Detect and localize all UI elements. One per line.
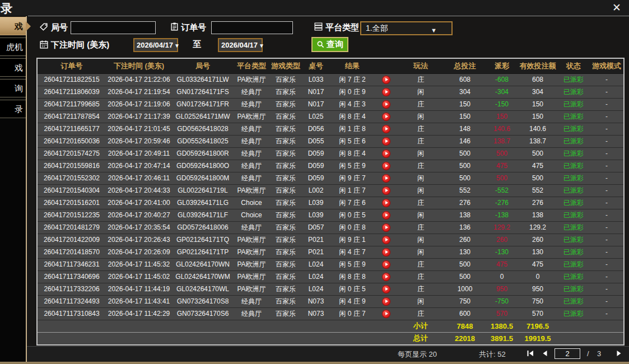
replay-icon[interactable] <box>382 236 390 244</box>
cell-order-id: 260417117310843 <box>38 307 106 320</box>
cell-valid-bet: 276 <box>518 197 557 209</box>
cell-order-id: 260417201574275 <box>38 147 106 160</box>
table-row: 2604172015523022026-04-17 20:46:11GD0592… <box>38 172 623 184</box>
replay-icon[interactable] <box>382 76 390 84</box>
empty-cell <box>330 320 375 332</box>
replay-icon[interactable] <box>382 285 390 293</box>
cell-game-type: 百家乐 <box>269 110 302 123</box>
cell-result: 闲 8 庄 8 <box>330 270 375 283</box>
platform-type-select[interactable]: 1.全部 ▼ <box>360 21 453 35</box>
replay-icon[interactable] <box>382 273 390 281</box>
table-row: 2604172014220092026-04-17 20:26:43GP0212… <box>38 234 623 246</box>
cell-play: 庄 <box>397 73 444 86</box>
sidebar-item-1[interactable]: 虎机 <box>0 38 26 56</box>
cell-result: 闲 5 庄 9 <box>330 160 375 172</box>
replay-icon[interactable] <box>382 186 390 195</box>
sidebar-item-0[interactable]: 戏 <box>0 17 26 35</box>
cell-status: 已派彩 <box>557 73 590 86</box>
cell-payout: 140.6 <box>486 123 518 135</box>
cell-table-no: L002 <box>302 184 330 197</box>
bottom-accent-line <box>0 362 629 364</box>
empty-cell <box>302 320 330 332</box>
order-id-input[interactable] <box>211 21 293 34</box>
cell-mode: - <box>590 172 623 184</box>
cell-game-type: 百家乐 <box>269 209 302 221</box>
sidebar-item-2[interactable]: 戏 <box>0 58 26 77</box>
replay-icon[interactable] <box>382 211 390 220</box>
cell-play: 闲 <box>397 172 444 184</box>
replay-icon[interactable] <box>382 88 390 96</box>
table-row: 2604172015598162026-04-17 20:47:14GD0592… <box>38 160 623 172</box>
cell-replay <box>375 234 397 246</box>
cell-platform: PA欧洲厅 <box>234 234 269 246</box>
replay-icon[interactable] <box>382 150 390 158</box>
cell-valid-bet: 304 <box>518 86 557 98</box>
cell-game-type: 百家乐 <box>269 160 302 172</box>
clipboard-icon <box>170 22 179 31</box>
prev-page-button[interactable] <box>540 349 550 358</box>
query-button[interactable]: 查询 <box>311 37 348 52</box>
grand-total-row: 总计220183891.519919.5 <box>38 332 623 344</box>
table-row: 2604171173406962026-04-17 11:45:02GL0242… <box>38 270 623 283</box>
round-id-input[interactable] <box>71 21 156 34</box>
cell-game-type: 百家乐 <box>269 295 302 307</box>
cell-mode: - <box>590 98 623 110</box>
replay-icon[interactable] <box>382 297 390 306</box>
cell-payout: -608 <box>486 73 518 86</box>
cell-replay <box>375 160 397 172</box>
cell-order-id: 260417201650036 <box>38 135 106 147</box>
cell-total-bet: 608 <box>444 73 486 86</box>
platform-type-label: 平台类型 <box>325 22 359 33</box>
cell-status: 已派彩 <box>557 172 590 184</box>
cell-mode: - <box>590 197 623 209</box>
replay-icon[interactable] <box>382 137 390 146</box>
cell-play: 闲 <box>397 147 444 160</box>
cell-total-bet: 148 <box>444 123 486 135</box>
replay-icon[interactable] <box>382 260 390 269</box>
cell-mode: - <box>590 234 623 246</box>
cell-play: 庄 <box>397 283 444 295</box>
sidebar-item-4[interactable]: 录 <box>0 100 26 118</box>
pagination-bar: 每页显示 20 共计: 52 / 3 <box>27 346 629 361</box>
cell-status: 已派彩 <box>557 295 590 307</box>
close-icon[interactable]: ✕ <box>610 2 623 14</box>
cell-total-bet: 150 <box>444 98 486 110</box>
cell-replay <box>375 123 397 135</box>
cell-play: 闲 <box>397 86 444 98</box>
cell-game-type: 百家乐 <box>269 221 302 234</box>
cell-play: 庄 <box>397 258 444 270</box>
cell-payout: -304 <box>486 86 518 98</box>
cell-status: 已派彩 <box>557 209 590 221</box>
replay-icon[interactable] <box>382 125 390 133</box>
cell-valid-bet: 138.7 <box>518 135 557 147</box>
replay-icon[interactable] <box>382 174 390 183</box>
cell-order-id: 260417211787854 <box>38 110 106 123</box>
cell-replay <box>375 307 397 320</box>
replay-icon[interactable] <box>382 100 390 109</box>
cell-result: 闲 5 庄 6 <box>330 135 375 147</box>
date-to-picker[interactable]: 2026/04/17▼ <box>218 38 263 52</box>
empty-cell <box>302 332 330 344</box>
sidebar-item-3[interactable]: 询 <box>0 79 26 97</box>
cell-valid-bet: 138 <box>518 209 557 221</box>
cell-bet-time: 2026-04-17 20:41:00 <box>106 197 172 209</box>
replay-icon[interactable] <box>382 310 390 318</box>
page-number-input[interactable] <box>555 348 580 359</box>
replay-icon[interactable] <box>382 248 390 256</box>
first-page-button[interactable] <box>525 349 535 358</box>
cell-result: 闲 9 庄 1 <box>330 234 375 246</box>
total-pages-label: 3 <box>597 349 601 358</box>
cell-result: 闲 4 庄 7 <box>330 246 375 258</box>
cell-replay <box>375 135 397 147</box>
replay-icon[interactable] <box>382 223 390 232</box>
replay-icon[interactable] <box>382 162 390 170</box>
next-page-button[interactable] <box>614 349 624 358</box>
empty-cell <box>557 320 590 332</box>
replay-icon[interactable] <box>382 113 390 121</box>
table-row: 2604172118225152026-04-17 21:22:06GL0332… <box>38 73 623 86</box>
empty-cell <box>38 332 106 344</box>
table-row: 2604172016500362026-04-17 20:59:46GD0552… <box>38 135 623 147</box>
replay-icon[interactable] <box>382 199 390 207</box>
date-from-picker[interactable]: 2026/04/17▼ <box>133 38 178 52</box>
cell-replay <box>375 221 397 234</box>
